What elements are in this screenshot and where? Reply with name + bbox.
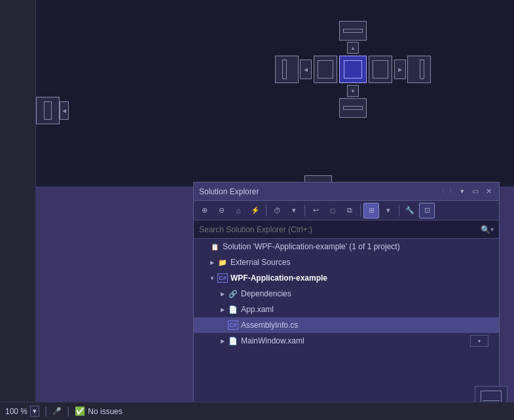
tb-history-btn[interactable]: ⏱ (269, 203, 285, 219)
tb-window-btn[interactable]: □ (325, 203, 340, 219)
issues-label: No issues (88, 407, 122, 416)
tb-sep2 (304, 205, 305, 217)
tb-undo-btn[interactable]: ↩ (308, 203, 323, 219)
se-search-bar: 🔍 ▾ (194, 220, 499, 239)
background-top (0, 0, 514, 186)
tb-filter-btn[interactable]: ⊞ (363, 203, 379, 219)
solution-arrow (199, 241, 210, 252)
status-bar: 100 % ▾ | 🎤 | ✅ No issues (0, 402, 514, 420)
app-xaml-label: App.xaml (241, 305, 274, 314)
se-toolbar: ⊕ ⊖ ⌂ ⚡ ⏱ ▾ ↩ □ ⧉ ⊞ ▾ 🔧 ⊡ (194, 201, 499, 220)
arrow-right-small-btn[interactable]: ▶ (394, 60, 406, 79)
tb-sep4 (399, 205, 399, 217)
tb-dropdown1-btn[interactable]: ▾ (286, 203, 302, 219)
zoom-dropdown-btn[interactable]: ▾ (30, 406, 39, 417)
tb-sep3 (360, 205, 361, 217)
external-sources-icon: 📁 (217, 257, 228, 268)
external-sources-label: External Sources (230, 258, 290, 267)
tb-copy-btn[interactable]: ⧉ (342, 203, 358, 219)
microphone-icon[interactable]: 🎤 (52, 407, 62, 415)
layout-tools: ▲ ◀ ▶ ▼ (275, 21, 431, 118)
dependencies-label: Dependencies (241, 289, 291, 298)
assembly-info-icon: C# (228, 321, 238, 330)
tree-item-app-xaml[interactable]: ▶ 📄 App.xaml (194, 302, 499, 317)
tree-item-dependencies[interactable]: ▶ 🔗 Dependencies (194, 286, 499, 302)
se-titlebar: Solution Explorer ⋮⋮ ▾ ▭ ✕ (194, 183, 499, 201)
mainwindow-icon: 📄 (228, 336, 238, 346)
zoom-label: 100 % (5, 407, 28, 416)
layout-center-icon[interactable] (339, 56, 367, 83)
se-tree: 📋 Solution 'WPF-Application-example' (1 … (194, 239, 499, 349)
se-title: Solution Explorer (199, 187, 437, 196)
left-panel-toggle[interactable]: ◀ (36, 97, 69, 124)
dependencies-arrow: ▶ (217, 289, 228, 299)
left-panel-icon (36, 97, 60, 124)
layout-right-icon[interactable] (407, 56, 431, 83)
se-search-input[interactable] (199, 225, 481, 234)
solution-icon: 📋 (210, 241, 220, 252)
layout-center-left-icon[interactable] (314, 56, 337, 83)
left-panel-arrow[interactable]: ◀ (60, 101, 69, 120)
layout-top-icon[interactable] (339, 21, 367, 41)
left-panel-strip (0, 0, 36, 420)
tb-home-btn[interactable]: ⌂ (230, 203, 246, 219)
assembly-info-label: AssemblyInfo.cs (241, 321, 298, 330)
tree-item-assembly-info[interactable]: C# AssemblyInfo.cs (194, 317, 499, 333)
layout-center-right-icon[interactable] (369, 56, 392, 83)
arrow-up-btn[interactable]: ▲ (347, 42, 359, 54)
mainwindow-label: MainWindow.xaml (241, 336, 304, 345)
check-icon: ✅ (75, 406, 85, 416)
solution-label: Solution 'WPF-Application-example' (1 of… (223, 242, 400, 251)
dependencies-icon: 🔗 (228, 289, 238, 299)
tb-refresh-btn[interactable]: ⊕ (196, 203, 212, 219)
tb-filter-dropdown-btn[interactable]: ▾ (380, 203, 396, 219)
status-sep1: | (45, 406, 47, 417)
issues-indicator[interactable]: ✅ No issues (75, 406, 122, 416)
layout-bottom-icon[interactable] (339, 98, 367, 118)
tb-wrench-btn[interactable]: 🔧 (402, 203, 418, 219)
app-xaml-icon: 📄 (228, 304, 238, 315)
zoom-control[interactable]: 100 % ▾ (5, 406, 39, 417)
mainwindow-dropdown-btn[interactable]: ▾ (470, 335, 488, 347)
tb-sep1 (266, 205, 266, 217)
tb-collapse-btn[interactable]: ⊖ (213, 203, 229, 219)
status-sep2: | (67, 406, 69, 417)
tree-item-mainwindow[interactable]: ▶ 📄 MainWindow.xaml ▾ (194, 333, 499, 349)
se-close-btn[interactable]: ✕ (483, 186, 494, 197)
tree-item-wpf-app[interactable]: ▼ C# WPF-Application-example (194, 270, 499, 286)
arrow-down-btn[interactable]: ▼ (347, 85, 359, 97)
tb-layout-btn[interactable]: ⊡ (419, 203, 435, 219)
search-icon: 🔍 (481, 225, 490, 234)
tb-settings-btn[interactable]: ⚡ (248, 203, 263, 219)
arrow-left-small-btn[interactable]: ◀ (300, 60, 312, 79)
wpf-app-arrow: ▼ (207, 273, 217, 283)
assembly-info-arrow (217, 320, 228, 330)
tree-item-external-sources[interactable]: ▶ 📁 External Sources (194, 254, 499, 270)
app-xaml-arrow: ▶ (217, 304, 228, 315)
search-dropdown-icon[interactable]: ▾ (490, 226, 494, 233)
layout-left-icon[interactable] (275, 56, 299, 83)
solution-explorer-panel: Solution Explorer ⋮⋮ ▾ ▭ ✕ ⊕ ⊖ ⌂ ⚡ ⏱ ▾ ↩… (193, 182, 500, 404)
se-restore-btn[interactable]: ▭ (470, 186, 481, 197)
mainwindow-arrow: ▶ (217, 336, 228, 346)
tree-item-solution[interactable]: 📋 Solution 'WPF-Application-example' (1 … (194, 239, 499, 254)
se-drag-handle: ⋮⋮ (440, 188, 454, 195)
external-sources-arrow: ▶ (207, 257, 217, 268)
wpf-app-label: WPF-Application-example (230, 273, 327, 283)
se-pin-btn[interactable]: ▾ (457, 186, 468, 197)
wpf-app-icon: C# (217, 273, 228, 283)
